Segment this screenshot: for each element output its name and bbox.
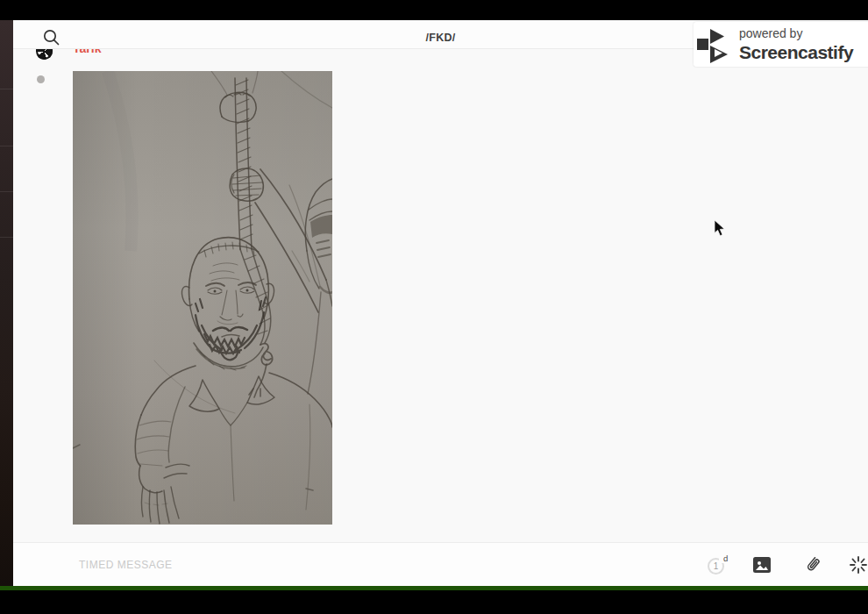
image-attach-button[interactable]	[752, 556, 772, 574]
image-icon	[752, 556, 772, 574]
sidebar-divider	[0, 146, 13, 146]
watermark-text: powered by Screencastify	[739, 25, 868, 62]
user-avatar-icon[interactable]	[36, 49, 53, 60]
composer-bar: TIMED MESSAGE 1 d	[13, 542, 868, 586]
brand-label: Screencastify	[739, 42, 868, 62]
conversation-sidebar[interactable]	[0, 20, 13, 589]
sidebar-divider	[0, 89, 13, 89]
sidebar-divider	[0, 191, 13, 192]
powered-by-label: powered by	[739, 25, 868, 42]
message-list: Tarik	[13, 49, 868, 542]
timer-unit-label: d	[723, 553, 728, 563]
attach-file-button[interactable]	[802, 554, 823, 575]
screencastify-watermark[interactable]: powered by Screencastify	[694, 22, 868, 67]
message-input[interactable]: TIMED MESSAGE	[79, 555, 640, 575]
burst-icon	[849, 555, 868, 575]
message-username[interactable]: Tarik	[73, 49, 101, 55]
sidebar-divider	[0, 237, 13, 238]
sketch-drawing	[73, 71, 332, 525]
screencastify-logo-icon	[696, 25, 735, 64]
shredder-button[interactable]	[849, 555, 868, 575]
attachment-image[interactable]	[73, 71, 332, 525]
status-dot-icon	[37, 75, 45, 83]
timer-button[interactable]: 1 d	[706, 554, 732, 577]
letterbox-bottom	[0, 590, 868, 614]
letterbox-top	[0, 0, 868, 20]
app-window: /FKD/ i Tarik	[0, 0, 868, 614]
paperclip-icon	[802, 554, 823, 575]
input-placeholder: TIMED MESSAGE	[79, 555, 640, 575]
